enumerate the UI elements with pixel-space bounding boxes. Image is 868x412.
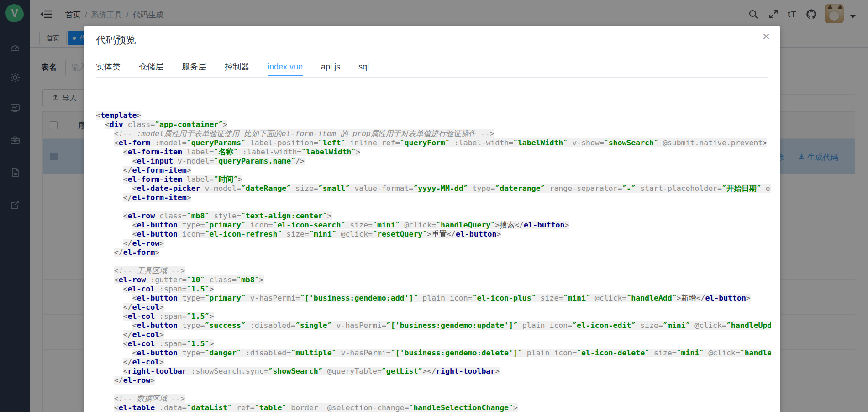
code-token-p: </ [123, 330, 132, 339]
code-token-val: ″mb8″ [187, 211, 210, 220]
code-token-p: < [123, 367, 128, 375]
code-token-val: ″labelWidth″ [301, 148, 356, 156]
code-token-tag: el-form [123, 248, 155, 257]
code-token-val: ″['business:gendemo:update']″ [386, 321, 518, 330]
code-token-val: ″mini″ [663, 321, 690, 330]
code-token-val: ″yyyy-MM-dd″ [413, 184, 468, 193]
code-token-p: > [187, 193, 191, 202]
code-token-val: ″['business:gendemo:add']″ [300, 294, 418, 302]
code-token-val: ″handleDelete″ [740, 349, 771, 357]
code-token-p: > [496, 230, 501, 238]
code-token-attr: @click= [400, 221, 436, 229]
code-token-attr: @click= [590, 294, 626, 302]
code-token-p: < [132, 294, 137, 302]
close-icon[interactable]: × [759, 30, 773, 44]
code-token-tag: div [110, 120, 123, 129]
code-token-attr: style= [209, 211, 241, 220]
code-indent [96, 184, 132, 193]
code-token-attr: value-format= [350, 184, 413, 193]
code-token-p: /> [295, 157, 305, 165]
code-token-attr: :data= [155, 403, 187, 412]
code-token-tag: el-col [128, 312, 155, 321]
tab--[interactable]: 仓储层 [139, 59, 163, 77]
code-indent [96, 367, 123, 375]
code-line: </el-form-item> [96, 193, 771, 202]
code-line: </el-col> [96, 330, 771, 339]
code-token-tag: right-toolbar [436, 367, 495, 375]
code-preview-dialog: 代码预览 × 实体类仓储层服务层控制器index.vueapi.jssql <t… [84, 26, 780, 412]
code-line-highlight: </el-col> [123, 303, 164, 312]
code-line-highlight: <!-- :model属性用于表单验证使用 比如下面的el-form-item … [114, 129, 494, 138]
code-line-highlight: <el-row :gutter=″10″ class=″mb8″> [114, 275, 264, 284]
code-token-tag: el-button [137, 349, 177, 357]
code-indent [96, 138, 114, 147]
code-token-val: ″showSearch″ [604, 138, 658, 147]
code-token-attr: class= [205, 275, 237, 284]
code-line-highlight: <el-date-picker v-model=″dateRange″ size… [132, 184, 771, 193]
code-token-p: < [123, 339, 128, 348]
code-indent [96, 330, 123, 339]
code-token-attr: :showSearch.sync= [187, 367, 268, 375]
code-line-highlight: <el-row class=″mb8″ style=″text-align:ce… [123, 211, 332, 220]
code-line: <template> [96, 111, 771, 120]
code-token-val: ″1.5″ [187, 285, 210, 293]
code-indent [96, 266, 114, 275]
code-token-attr: :disabled= [241, 349, 291, 357]
code-token-txt: 重置 [431, 230, 447, 238]
code-token-val: ″1.5″ [187, 339, 210, 348]
code-token-attr: @click= [337, 230, 373, 238]
code-token-p: > [427, 230, 431, 238]
code-indent [96, 120, 105, 129]
code-token-val: ″时间″ [214, 175, 238, 184]
code-token-p: > [513, 403, 518, 412]
code-token-attr: v-model= [200, 184, 241, 193]
code-token-val: ″primary″ [205, 294, 245, 302]
code-line: <el-col :span=″1.5″> [96, 339, 771, 349]
code-line-highlight: <div class=″app-container″> [105, 120, 227, 129]
code-token-attr: :label-width= [238, 148, 301, 156]
code-token-p: > [259, 275, 264, 284]
code-token-val: ″dataList″ [187, 403, 232, 412]
tab--[interactable]: 服务层 [182, 59, 206, 77]
tab--[interactable]: 控制器 [225, 59, 249, 77]
code-viewer: <template> <div class=″app-container″> <… [96, 111, 771, 412]
code-line-highlight: <el-col :span=″1.5″> [123, 285, 214, 293]
code-token-val: ″mini″ [563, 294, 590, 302]
tab-api-js[interactable]: api.js [321, 59, 340, 77]
tab-index-vue[interactable]: index.vue [268, 59, 303, 77]
code-line: <el-form-item label=″时间″> [96, 175, 771, 184]
code-line-highlight: <el-col :span=″1.5″> [123, 339, 214, 348]
code-token-attr: end-placeholder= [761, 184, 771, 193]
code-token-attr: v-show= [568, 138, 604, 147]
code-token-p: < [114, 138, 119, 147]
code-line: <el-col :span=″1.5″> [96, 285, 771, 294]
code-token-val: ″danger″ [205, 349, 241, 357]
code-line: <el-form-item label=″名称″ :label-width=″l… [96, 148, 771, 157]
code-line-highlight: <!-- 数据区域 --> [114, 394, 185, 403]
code-token-attr: :disabled= [246, 321, 295, 330]
code-token-val: ″labelWidth″ [513, 138, 568, 147]
code-token-tag: el-row [119, 275, 146, 284]
code-token-attr: size= [282, 230, 309, 238]
code-indent [96, 285, 123, 293]
code-token-tag: el-table [119, 403, 155, 412]
code-token-p: > [746, 294, 751, 302]
code-token-p: </ [114, 376, 123, 385]
code-line-highlight: <el-input v-model=″queryParams.name″/> [132, 157, 305, 165]
code-token-p: > [159, 330, 164, 339]
code-line-highlight: <el-col :span=″1.5″> [123, 312, 214, 321]
code-token-attr: size= [636, 321, 663, 330]
code-token-p: < [132, 321, 137, 330]
code-token-attr: v-hasPermi= [337, 349, 391, 357]
tab--[interactable]: 实体类 [96, 59, 121, 77]
code-token-p: </ [114, 248, 123, 257]
code-token-p: > [327, 211, 332, 220]
code-token-p: < [132, 230, 137, 238]
code-token-tag: el-button [456, 230, 496, 238]
code-token-p: < [132, 349, 137, 357]
code-line: <el-table :data=″dataList″ ref=″table″ b… [96, 403, 771, 412]
code-line: <el-row :gutter=″10″ class=″mb8″> [96, 275, 771, 285]
tab-sql[interactable]: sql [358, 59, 369, 77]
code-line-highlight: <el-button type=″primary″ icon=″el-icon-… [132, 221, 569, 229]
code-line: <div class=″app-container″> [96, 120, 771, 129]
